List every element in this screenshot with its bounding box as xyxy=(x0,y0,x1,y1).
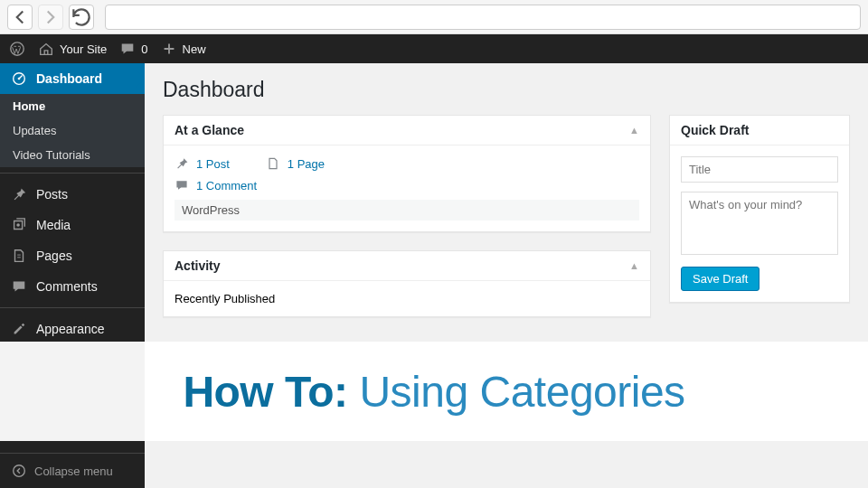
glance-posts-label: 1 Post xyxy=(196,157,230,171)
svg-point-2 xyxy=(18,78,21,80)
sidebar-subitem-updates[interactable]: Updates xyxy=(0,118,145,143)
widget-title: Quick Draft xyxy=(681,123,749,137)
glance-posts-link[interactable]: 1 Post xyxy=(175,156,230,171)
sidebar-item-comments[interactable]: Comments xyxy=(0,271,145,302)
sidebar-item-label: Dashboard xyxy=(36,71,102,86)
glance-pages-label: 1 Page xyxy=(288,157,325,171)
wp-logo[interactable] xyxy=(9,41,25,57)
save-draft-button[interactable]: Save Draft xyxy=(681,267,760,291)
site-link[interactable]: Your Site xyxy=(38,41,107,57)
collapse-menu-button[interactable]: Collapse menu xyxy=(0,453,145,488)
overlay-banner: How To: Using Categories xyxy=(0,342,868,441)
sidebar-item-label: Pages xyxy=(36,249,72,263)
sidebar-item-label: Appearance xyxy=(36,322,105,336)
overlay-rest: Using Categories xyxy=(348,368,685,416)
sidebar-item-dashboard[interactable]: Dashboard xyxy=(0,63,145,94)
comments-link[interactable]: 0 xyxy=(119,41,147,57)
sidebar-item-label: Media xyxy=(36,218,71,232)
wordpress-icon xyxy=(9,41,25,57)
sidebar-item-label: Comments xyxy=(36,279,98,294)
sidebar-item-media[interactable]: Media xyxy=(0,210,145,240)
back-button[interactable] xyxy=(7,5,33,30)
widget-toggle[interactable]: ▲ xyxy=(629,125,639,136)
arrow-right-icon xyxy=(39,5,62,29)
comments-count: 0 xyxy=(141,42,147,56)
admin-bar: Your Site 0 New xyxy=(0,34,868,63)
sidebar-item-pages[interactable]: Pages xyxy=(0,240,145,271)
activity-widget: Activity ▲ Recently Published xyxy=(163,250,651,317)
widget-toggle[interactable]: ▲ xyxy=(629,260,639,271)
wp-version-label: WordPress xyxy=(175,200,639,221)
sidebar-subitem-home[interactable]: Home xyxy=(0,94,145,118)
reload-button[interactable] xyxy=(69,5,94,30)
home-icon xyxy=(38,41,54,57)
widget-title: At a Glance xyxy=(175,123,244,137)
site-name-label: Your Site xyxy=(60,42,107,56)
sidebar-separator xyxy=(0,307,145,308)
sidebar-subitem-video-tutorials[interactable]: Video Tutorials xyxy=(0,143,145,167)
comment-icon xyxy=(175,178,189,192)
browser-toolbar xyxy=(0,0,868,34)
page-icon xyxy=(11,248,27,264)
pin-icon xyxy=(175,156,189,171)
quick-draft-title-input[interactable] xyxy=(681,156,838,183)
sidebar-separator xyxy=(0,173,145,174)
pin-icon xyxy=(11,186,27,202)
sidebar-item-appearance[interactable]: Appearance xyxy=(0,314,145,344)
media-icon xyxy=(11,217,27,233)
glance-comments-label: 1 Comment xyxy=(196,179,257,192)
activity-recent-label: Recently Published xyxy=(175,292,639,305)
overlay-bold: How To: xyxy=(183,368,347,416)
widget-title: Activity xyxy=(175,258,221,273)
svg-point-4 xyxy=(14,465,25,477)
appearance-icon xyxy=(11,321,27,337)
url-input[interactable] xyxy=(105,5,861,30)
at-a-glance-widget: At a Glance ▲ 1 Post xyxy=(163,115,651,232)
new-label: New xyxy=(183,42,206,56)
dashboard-icon xyxy=(11,70,27,87)
comment-icon xyxy=(119,41,136,57)
page-icon xyxy=(266,156,280,171)
page-title: Dashboard xyxy=(163,78,850,102)
collapse-icon xyxy=(11,463,27,479)
comment-icon xyxy=(11,278,27,295)
arrow-left-icon xyxy=(8,5,32,29)
sidebar-item-posts[interactable]: Posts xyxy=(0,179,145,210)
collapse-label: Collapse menu xyxy=(34,465,113,478)
forward-button[interactable] xyxy=(38,5,63,30)
quick-draft-content-input[interactable] xyxy=(681,192,838,255)
reload-icon xyxy=(70,5,93,29)
sidebar-item-label: Posts xyxy=(36,187,68,202)
svg-point-3 xyxy=(16,223,20,227)
plus-icon xyxy=(161,41,177,57)
glance-comments-link[interactable]: 1 Comment xyxy=(175,178,257,192)
glance-pages-link[interactable]: 1 Page xyxy=(266,156,325,171)
quick-draft-widget: Quick Draft Save Draft xyxy=(669,115,850,303)
new-content-link[interactable]: New xyxy=(161,41,206,57)
